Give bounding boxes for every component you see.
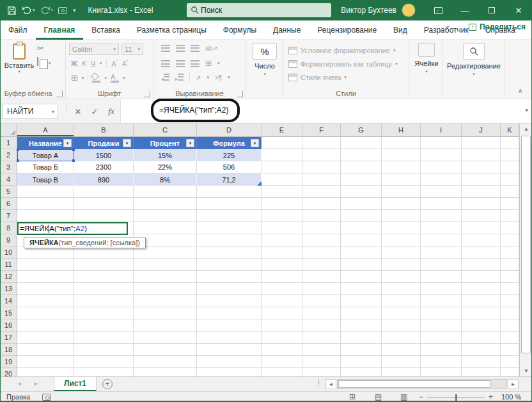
table-cell[interactable]: 22% — [134, 161, 197, 173]
column-header-h[interactable]: H — [382, 124, 421, 137]
cell-j2[interactable] — [462, 149, 501, 161]
cell-e5[interactable] — [262, 186, 302, 198]
cell-i14[interactable] — [421, 295, 462, 307]
filter-dropdown-button[interactable]: ▾ — [186, 139, 194, 147]
cell-i15[interactable] — [421, 307, 462, 319]
table-cell[interactable]: Товар В — [17, 173, 74, 186]
cell-j9[interactable] — [462, 234, 501, 246]
cell-a7[interactable] — [17, 210, 74, 222]
cell-k10[interactable] — [501, 246, 519, 259]
minimize-button[interactable]: — — [451, 0, 478, 20]
cell-g14[interactable] — [341, 295, 382, 307]
align-top-button[interactable] — [161, 45, 170, 52]
cell-k7[interactable] — [501, 210, 519, 222]
tab-insert[interactable]: Вставка — [83, 20, 129, 40]
avatar[interactable] — [402, 3, 416, 17]
copy-button[interactable] — [37, 58, 38, 65]
cell-e18[interactable] — [262, 344, 302, 356]
cell-c14[interactable] — [134, 295, 197, 307]
search-input[interactable]: Поиск — [187, 3, 331, 17]
cell-f10[interactable] — [302, 246, 341, 259]
cell-h5[interactable] — [382, 186, 421, 198]
cell-k20[interactable] — [501, 368, 519, 376]
underline-button[interactable]: Ч — [90, 60, 95, 67]
cancel-button[interactable]: ✕ — [70, 104, 86, 119]
cell-a17[interactable] — [17, 332, 74, 344]
row-header-12[interactable]: 12 — [0, 271, 17, 283]
cell-h13[interactable] — [382, 283, 421, 295]
cell-h10[interactable] — [382, 246, 421, 259]
cell-i17[interactable] — [421, 332, 462, 344]
table-resize-handle[interactable] — [257, 181, 262, 186]
cell-h3[interactable] — [382, 161, 421, 173]
cell-d19[interactable] — [197, 356, 262, 368]
tab-file[interactable]: Файл — [0, 20, 36, 40]
cell-g5[interactable] — [341, 186, 382, 198]
cell-j8[interactable] — [462, 222, 501, 234]
insert-function-button[interactable]: fx — [104, 104, 119, 119]
cell-k16[interactable] — [501, 319, 519, 332]
cell-h4[interactable] — [382, 173, 421, 186]
cell-d11[interactable] — [197, 259, 262, 271]
conditional-formatting-button[interactable]: Условное форматирование ▾ — [288, 44, 398, 57]
table-cell[interactable]: 71,2 — [197, 173, 262, 186]
tab-page-layout[interactable]: Разметка страницы — [129, 20, 215, 40]
row-header-9[interactable]: 9 — [0, 234, 17, 246]
cell-a16[interactable] — [17, 319, 74, 332]
cell-i6[interactable] — [421, 198, 462, 210]
table-header-cell[interactable]: Формула▾ — [197, 137, 262, 149]
cell-j12[interactable] — [462, 271, 501, 283]
cell-h16[interactable] — [382, 319, 421, 332]
name-box[interactable]: НАЙТИ ▾ — [2, 104, 58, 119]
qat-customize-button[interactable]: ▾ — [70, 3, 78, 18]
cell-i5[interactable] — [421, 186, 462, 198]
underline-dropdown-icon[interactable]: ▾ — [100, 61, 102, 66]
name-box-dropdown-icon[interactable]: ▾ — [52, 109, 54, 115]
column-header-d[interactable]: D — [197, 124, 262, 137]
table-header-cell[interactable]: Процент▾ — [134, 137, 197, 149]
cell-k2[interactable] — [501, 149, 519, 161]
normal-view-button[interactable]: ⊞ — [349, 392, 356, 401]
cell-b13[interactable] — [74, 283, 134, 295]
font-color-dropdown-icon[interactable]: ▾ — [123, 76, 125, 81]
cell-g2[interactable] — [341, 149, 382, 161]
row-header-13[interactable]: 13 — [0, 283, 17, 295]
cell-b12[interactable] — [74, 271, 134, 283]
cell-f14[interactable] — [302, 295, 341, 307]
cell-g19[interactable] — [341, 356, 382, 368]
cell-b20[interactable] — [74, 368, 134, 376]
cell-i19[interactable] — [421, 356, 462, 368]
shrink-font-button[interactable]: Аˇ — [122, 60, 128, 67]
cell-h7[interactable] — [382, 210, 421, 222]
align-bottom-button[interactable] — [191, 45, 199, 52]
cell-h9[interactable] — [382, 234, 421, 246]
undo-dropdown-icon[interactable]: ▾ — [33, 8, 35, 13]
cell-i1[interactable] — [421, 137, 462, 149]
cell-g17[interactable] — [341, 332, 382, 344]
row-header-10[interactable]: 10 — [0, 246, 17, 259]
cell-j15[interactable] — [462, 307, 501, 319]
table-header-cell[interactable]: Название▾ — [17, 137, 74, 149]
cell-f13[interactable] — [302, 283, 341, 295]
cells-button[interactable]: Ячейки ▾ — [414, 43, 439, 74]
cell-h15[interactable] — [382, 307, 421, 319]
cell-e19[interactable] — [262, 356, 302, 368]
align-middle-button[interactable] — [176, 45, 185, 52]
cell-g16[interactable] — [341, 319, 382, 332]
borders-dropdown-icon[interactable]: ▾ — [82, 76, 84, 81]
table-cell[interactable]: 2300 — [74, 161, 134, 173]
cell-i11[interactable] — [421, 259, 462, 271]
cell-b16[interactable] — [74, 319, 134, 332]
font-color-button[interactable]: А — [111, 73, 119, 83]
cell-i7[interactable] — [421, 210, 462, 222]
row-header-19[interactable]: 19 — [0, 356, 17, 368]
fill-color-button[interactable] — [92, 73, 100, 83]
cell-h18[interactable] — [382, 344, 421, 356]
sheet-tab-list1[interactable]: Лист1 — [54, 377, 97, 391]
table-cell[interactable]: 225 — [197, 149, 262, 161]
cell-g12[interactable] — [341, 271, 382, 283]
tab-developer[interactable]: Разработчик — [416, 20, 477, 40]
scroll-down-button[interactable]: ▼ — [520, 366, 532, 376]
cell-d18[interactable] — [197, 344, 262, 356]
cell-f18[interactable] — [302, 344, 341, 356]
